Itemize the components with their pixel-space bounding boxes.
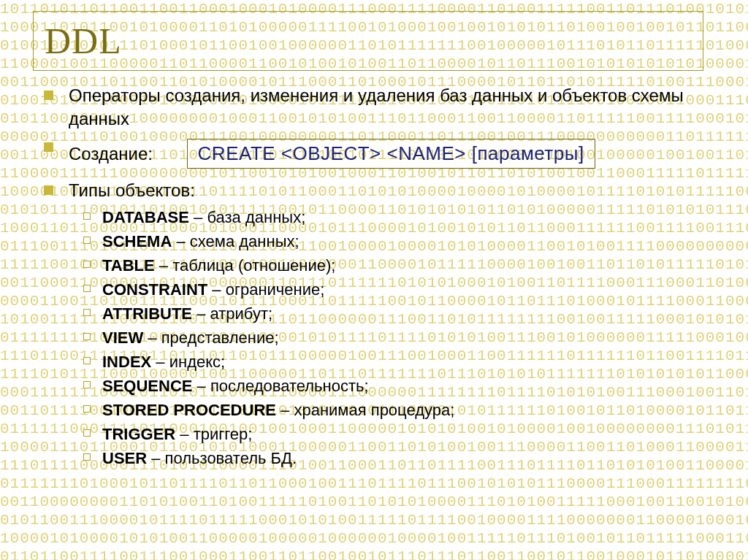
object-type-desc: – атрибут; <box>192 304 272 323</box>
object-type-item: CONSTRAINT – ограничение; <box>83 277 726 302</box>
object-type-desc: – схема данных; <box>172 232 299 250</box>
title-box: DDL <box>33 11 703 71</box>
object-type-keyword: SCHEMA <box>102 232 172 250</box>
object-type-item: VIEW – представление; <box>83 326 726 350</box>
object-type-keyword: DATABASE <box>102 208 189 226</box>
object-types-list: DATABASE – база данных;SCHEMA – схема да… <box>69 205 726 470</box>
slide: 1011010110110011001100010001010000111000… <box>0 0 748 560</box>
object-type-item: TRIGGER – триггер; <box>83 422 726 446</box>
object-type-keyword: TRIGGER <box>102 425 175 443</box>
object-type-item: SEQUENCE – последовательность; <box>83 374 726 398</box>
object-type-desc: – таблица (отношение); <box>155 256 336 275</box>
slide-content: DDL Операторы создания, изменения и удал… <box>0 0 748 560</box>
bullet-types: Типы объектов: DATABASE – база данных;SC… <box>44 179 726 470</box>
object-type-desc: – индекс; <box>151 353 225 371</box>
object-type-item: DATABASE – база данных; <box>83 205 726 229</box>
object-type-item: STORED PROCEDURE – хранимая процедура; <box>83 398 726 422</box>
object-type-keyword: SEQUENCE <box>102 377 192 395</box>
object-type-item: USER – пользователь БД. <box>83 446 726 470</box>
object-type-keyword: STORED PROCEDURE <box>102 401 276 419</box>
slide-body: Операторы создания, изменения и удаления… <box>44 84 726 475</box>
bullet-create: Создание: CREATE <OBJECT> <NAME> [параме… <box>44 136 726 174</box>
object-type-desc: – ограничение; <box>207 280 324 299</box>
bullet-intro: Операторы создания, изменения и удаления… <box>44 84 726 131</box>
slide-title: DDL <box>45 20 122 62</box>
object-type-desc: – последовательность; <box>192 377 368 395</box>
bullet-create-label: Создание: <box>69 144 153 164</box>
create-syntax-box: CREATE <OBJECT> <NAME> [параметры] <box>187 139 595 169</box>
object-type-item: INDEX – индекс; <box>83 350 726 374</box>
top-bullet-list: Операторы создания, изменения и удаления… <box>44 84 726 470</box>
object-type-keyword: CONSTRAINT <box>102 280 207 299</box>
object-type-desc: – хранимая процедура; <box>276 401 454 419</box>
object-type-desc: – база данных; <box>189 208 305 226</box>
object-type-desc: – представление; <box>143 329 278 347</box>
object-type-keyword: TABLE <box>102 256 155 275</box>
object-type-keyword: VIEW <box>102 329 143 347</box>
object-type-keyword: USER <box>102 449 147 467</box>
object-type-desc: – пользователь БД. <box>147 449 297 467</box>
object-type-item: TABLE – таблица (отношение); <box>83 253 726 277</box>
object-type-item: ATTRIBUTE – атрибут; <box>83 302 726 326</box>
bullet-types-label: Типы объектов: <box>69 180 195 200</box>
object-type-keyword: ATTRIBUTE <box>102 304 192 323</box>
object-type-desc: – триггер; <box>175 425 252 443</box>
object-type-keyword: INDEX <box>102 353 151 371</box>
object-type-item: SCHEMA – схема данных; <box>83 229 726 253</box>
